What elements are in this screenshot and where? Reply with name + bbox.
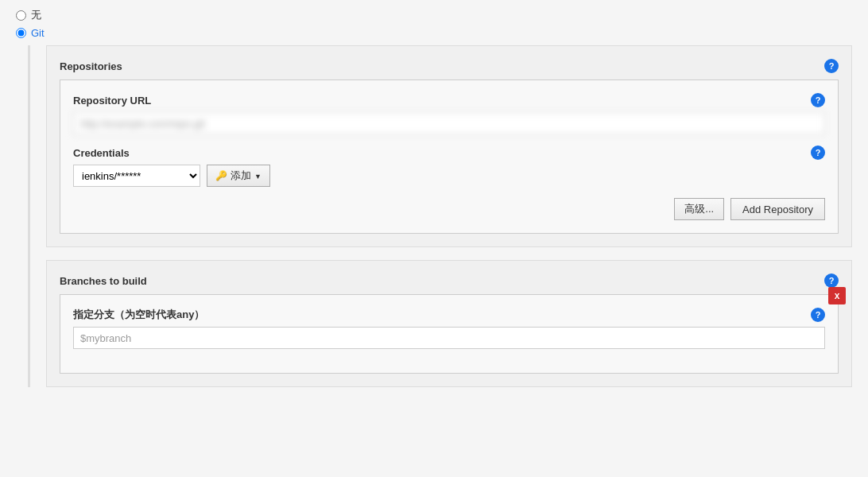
- branches-section-header: Branches to build ?: [60, 273, 839, 288]
- credentials-select[interactable]: ienkins/******: [73, 165, 200, 187]
- add-button-chevron: [254, 172, 262, 180]
- radio-group: 无 Git: [16, 8, 852, 39]
- advanced-button[interactable]: 高级...: [674, 198, 724, 220]
- repository-url-field: Repository URL ?: [73, 93, 825, 134]
- delete-branch-badge[interactable]: x: [828, 287, 846, 304]
- repository-url-help-icon[interactable]: ?: [811, 93, 825, 107]
- credentials-field: Credentials ? ienkins/****** 🔑 添加: [73, 145, 825, 187]
- radio-none-input[interactable]: [16, 10, 26, 21]
- branches-section-title: Branches to build: [60, 275, 147, 287]
- key-icon: 🔑: [215, 170, 227, 181]
- repositories-inner: Repository URL ? Credentials ? ienkins/*…: [60, 80, 839, 234]
- radio-none[interactable]: 无: [16, 8, 852, 22]
- add-repository-button[interactable]: Add Repository: [730, 198, 825, 220]
- branch-specifier-label: 指定分支（为空时代表any）: [73, 308, 204, 322]
- branch-specifier-header: 指定分支（为空时代表any） ?: [73, 308, 825, 322]
- actions-row: 高级... Add Repository: [73, 198, 825, 220]
- credentials-header: Credentials ?: [73, 145, 825, 160]
- repository-url-input[interactable]: [73, 112, 825, 134]
- repositories-section: Repositories ? Repository URL ? Credenti…: [46, 45, 852, 247]
- credentials-help-icon[interactable]: ?: [811, 145, 825, 160]
- branch-specifier-input[interactable]: [73, 327, 825, 349]
- repository-url-label: Repository URL: [73, 95, 151, 107]
- credentials-row: ienkins/****** 🔑 添加: [73, 165, 825, 187]
- left-border-section: Repositories ? Repository URL ? Credenti…: [28, 45, 852, 387]
- radio-git-input[interactable]: [16, 28, 26, 38]
- branches-inner: x 指定分支（为空时代表any） ?: [60, 294, 839, 374]
- repositories-help-icon[interactable]: ?: [824, 59, 839, 73]
- radio-git[interactable]: Git: [16, 27, 852, 39]
- repositories-section-header: Repositories ?: [60, 59, 839, 73]
- branches-section: Branches to build ? x 指定分支（为空时代表any） ?: [46, 260, 852, 387]
- repositories-section-title: Repositories: [60, 60, 122, 72]
- credentials-label: Credentials: [73, 147, 130, 159]
- radio-git-label: Git: [31, 27, 45, 39]
- radio-none-label: 无: [31, 8, 41, 22]
- branches-help-icon[interactable]: ?: [824, 273, 839, 288]
- branch-specifier-field: 指定分支（为空时代表any） ?: [73, 308, 825, 349]
- add-button-label: 添加: [231, 169, 251, 183]
- repository-url-header: Repository URL ?: [73, 93, 825, 107]
- add-credentials-button[interactable]: 🔑 添加: [207, 165, 270, 187]
- branch-specifier-help-icon[interactable]: ?: [811, 308, 825, 322]
- page-container: 无 Git Repositories ? Repository URL ?: [0, 0, 868, 477]
